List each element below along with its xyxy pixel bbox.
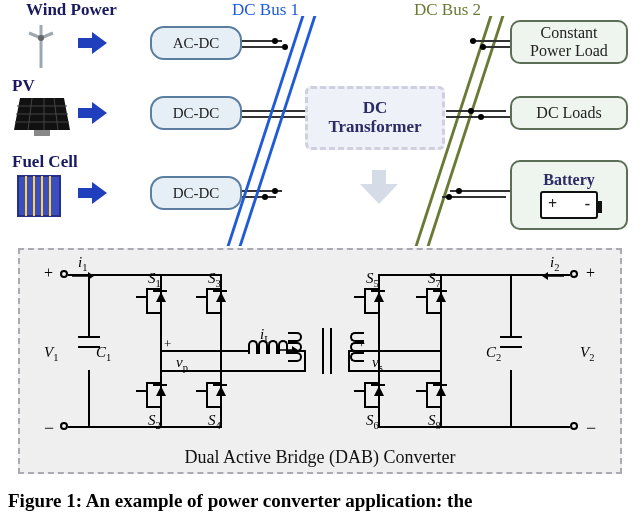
label-V1: V1	[44, 344, 58, 363]
cap2-plate-b	[500, 346, 522, 348]
terminal-in-top	[60, 270, 68, 278]
load-battery: Battery + -	[510, 160, 628, 230]
switch-s4-icon	[196, 380, 224, 410]
wire-c1-bot	[88, 370, 90, 428]
node-batt-a	[456, 188, 462, 194]
load-cpl-line1: Constant	[541, 24, 598, 42]
arrow-to-dab-icon	[362, 170, 396, 204]
label-iL: iL	[260, 326, 271, 345]
label-S1: S1	[148, 270, 161, 289]
svg-marker-20	[542, 272, 548, 280]
label-V2: V2	[580, 344, 594, 363]
node-cpl-b	[480, 44, 486, 50]
solar-panel-icon	[14, 96, 70, 138]
figure-caption: Figure 1: An example of power converter …	[8, 490, 472, 512]
cap1-plate-a	[78, 336, 100, 338]
wire-mid-r	[378, 350, 440, 352]
fuel-cell-icon	[14, 172, 64, 220]
terminal-out-top	[570, 270, 578, 278]
node-bus2-b	[478, 114, 484, 120]
label-dc-bus-2: DC Bus 2	[414, 0, 481, 20]
svg-point-1	[38, 35, 44, 41]
dc-transformer-line2: Transformer	[328, 118, 421, 137]
cap1-plate-b	[78, 346, 100, 348]
label-i2: i2	[550, 254, 559, 273]
load-battery-label: Battery	[543, 171, 595, 189]
xfmr-core-b	[330, 328, 332, 374]
label-minus-right: −	[586, 418, 596, 439]
svg-rect-10	[18, 176, 60, 216]
label-fuel-cell: Fuel Cell	[12, 152, 78, 172]
wire-sec-return	[348, 370, 442, 372]
wire-sec-drop	[348, 350, 350, 372]
dab-caption: Dual Active Bridge (DAB) Converter	[20, 447, 620, 468]
battery-plus: +	[548, 195, 557, 213]
switch-s7-icon	[416, 286, 444, 316]
label-plus-right: +	[586, 264, 595, 282]
load-cpl: Constant Power Load	[510, 20, 628, 64]
battery-minus: -	[585, 195, 590, 213]
label-S8: S8	[428, 412, 441, 431]
switch-s8-icon	[416, 380, 444, 410]
wind-turbine-icon	[18, 20, 64, 70]
arrow-i2-icon	[542, 272, 564, 280]
dc-transformer-line1: DC	[363, 99, 388, 118]
wire-c1-top	[88, 274, 90, 336]
label-wind-power: Wind Power	[26, 0, 117, 20]
svg-rect-9	[34, 130, 50, 136]
node-bus2-a	[468, 108, 474, 114]
converter-dcdc-fc: DC-DC	[150, 176, 242, 210]
label-C2: C2	[486, 344, 501, 363]
label-vs-plus: +	[358, 336, 365, 352]
label-dc-bus-1: DC Bus 1	[232, 0, 299, 20]
wire-bus2-cpl-a	[470, 40, 510, 42]
label-pv: PV	[12, 76, 35, 96]
label-S5: S5	[366, 270, 379, 289]
node-cpl-a	[470, 38, 476, 44]
switch-s6-icon	[354, 380, 382, 410]
switch-s5-icon	[354, 286, 382, 316]
arrow-fc-to-conv-icon	[78, 184, 108, 202]
switch-s2-icon	[136, 380, 164, 410]
node-bus1-a	[272, 38, 278, 44]
arrow-wind-to-conv-icon	[78, 34, 108, 52]
cap2-plate-a	[500, 336, 522, 338]
wire-top-left	[68, 274, 160, 276]
arrow-pv-to-conv-icon	[78, 104, 108, 122]
wire-pri-return	[160, 370, 306, 372]
battery-icon: + -	[540, 191, 598, 219]
load-dc-loads: DC Loads	[510, 96, 628, 130]
wire-bot-r	[378, 426, 532, 428]
converter-dcdc-pv: DC-DC	[150, 96, 242, 130]
label-S3: S3	[208, 270, 221, 289]
wire-to-ind	[222, 350, 248, 352]
terminal-in-bot	[60, 422, 68, 430]
label-S2: S2	[148, 412, 161, 431]
label-plus-left: +	[44, 264, 53, 282]
wire-conv1-bus1-b	[242, 46, 282, 48]
wire-top-r	[378, 274, 532, 276]
wire-bus1-dct-a	[288, 110, 306, 112]
wire-pri-drop	[304, 350, 306, 372]
wire-bot-left	[68, 426, 160, 428]
dc-transformer-block: DC Transformer	[305, 86, 445, 150]
label-minus-left: −	[44, 418, 54, 439]
xfmr-primary-icon	[288, 332, 302, 362]
terminal-out-bot	[570, 422, 578, 430]
label-S4: S4	[208, 412, 221, 431]
label-S6: S6	[366, 412, 379, 431]
switch-s1-icon	[136, 286, 164, 316]
wire-dct-bus2-a	[446, 110, 506, 112]
wire-c2-top	[510, 274, 512, 336]
label-S7: S7	[428, 270, 441, 289]
switch-s3-icon	[196, 286, 224, 316]
label-vp-plus: +	[164, 336, 171, 352]
wire-bus1-dct-b	[288, 116, 306, 118]
dab-panel: + − i1 V1 C1 S1 S3 S2 S4 vp + iL	[18, 248, 622, 474]
load-cpl-line2: Power Load	[530, 42, 608, 60]
wire-c2-bot	[510, 370, 512, 428]
wire-bot-out	[510, 426, 570, 428]
load-dcl-label: DC Loads	[536, 104, 601, 122]
converter-acdc: AC-DC	[150, 26, 242, 60]
node-batt-b	[446, 194, 452, 200]
